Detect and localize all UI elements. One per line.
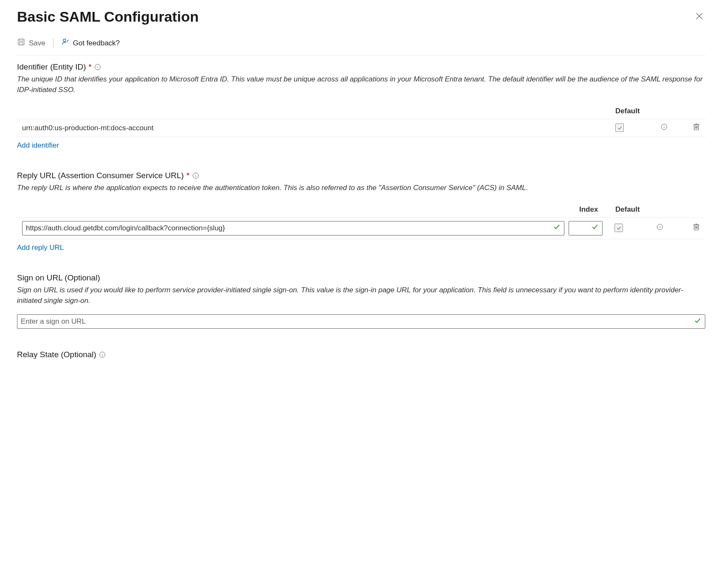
required-asterisk: * bbox=[89, 62, 92, 72]
identifier-section: Identifier (Entity ID) * The unique ID t… bbox=[17, 62, 705, 150]
info-icon[interactable] bbox=[192, 172, 199, 179]
close-icon[interactable] bbox=[693, 10, 705, 24]
relay-state-label: Relay State (Optional) bbox=[17, 350, 96, 359]
default-checkbox[interactable] bbox=[615, 123, 624, 132]
page-title: Basic SAML Configuration bbox=[17, 8, 199, 25]
col-index: Index bbox=[579, 205, 615, 214]
check-icon bbox=[553, 223, 561, 233]
reply-url-section: Reply URL (Assertion Consumer Service UR… bbox=[17, 171, 705, 252]
info-icon[interactable] bbox=[99, 351, 106, 358]
feedback-button-label: Got feedback? bbox=[73, 39, 120, 48]
reply-url-input-wrap bbox=[22, 221, 564, 235]
table-row bbox=[17, 218, 705, 239]
save-button[interactable]: Save bbox=[17, 38, 45, 48]
delete-icon[interactable] bbox=[693, 125, 700, 133]
save-button-label: Save bbox=[29, 39, 45, 48]
add-identifier-link[interactable]: Add identifier bbox=[17, 141, 59, 150]
reply-url-label: Reply URL (Assertion Consumer Service UR… bbox=[17, 171, 184, 180]
identifier-table-header: Default bbox=[17, 104, 705, 119]
sign-on-url-section: Sign on URL (Optional) Sign on URL is us… bbox=[17, 273, 705, 329]
toolbar-separator bbox=[53, 39, 53, 48]
col-default: Default bbox=[615, 205, 653, 214]
default-checkbox[interactable] bbox=[614, 224, 623, 232]
sign-on-url-input-wrap bbox=[17, 314, 705, 329]
col-default: Default bbox=[615, 107, 653, 115]
svg-rect-2 bbox=[18, 39, 24, 45]
sign-on-url-input[interactable] bbox=[21, 317, 694, 326]
identifier-description: The unique ID that identifies your appli… bbox=[17, 74, 705, 95]
check-icon bbox=[694, 317, 701, 326]
reply-url-input[interactable] bbox=[26, 224, 553, 232]
sign-on-url-label: Sign on URL (Optional) bbox=[17, 273, 100, 283]
reply-url-table-header: Index Default bbox=[17, 202, 705, 218]
feedback-icon bbox=[61, 38, 70, 48]
identifier-value[interactable]: urn:auth0:us-production-mt:docs-account bbox=[22, 124, 615, 132]
identifier-label: Identifier (Entity ID) bbox=[17, 62, 86, 72]
reply-url-description: The reply URL is where the application e… bbox=[17, 183, 705, 193]
info-icon[interactable] bbox=[661, 123, 668, 130]
svg-rect-3 bbox=[20, 39, 23, 41]
info-icon[interactable] bbox=[656, 224, 663, 230]
table-row: urn:auth0:us-production-mt:docs-account bbox=[17, 119, 705, 137]
check-icon bbox=[591, 223, 599, 233]
sign-on-url-description: Sign on URL is used if you would like to… bbox=[17, 285, 705, 306]
delete-icon[interactable] bbox=[693, 225, 700, 233]
required-asterisk: * bbox=[186, 171, 189, 180]
feedback-button[interactable]: Got feedback? bbox=[61, 38, 120, 48]
save-icon bbox=[17, 38, 25, 48]
add-reply-url-link[interactable]: Add reply URL bbox=[17, 244, 64, 252]
relay-state-section: Relay State (Optional) bbox=[17, 350, 705, 359]
reply-url-index-input[interactable] bbox=[569, 221, 603, 235]
svg-point-5 bbox=[63, 39, 66, 42]
toolbar: Save Got feedback? bbox=[17, 38, 705, 56]
svg-rect-4 bbox=[20, 42, 23, 45]
info-icon[interactable] bbox=[94, 64, 101, 70]
